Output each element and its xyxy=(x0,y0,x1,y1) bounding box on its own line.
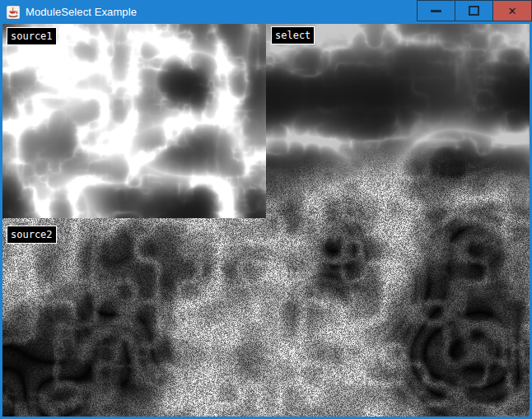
source1-label: source1 xyxy=(7,27,57,45)
window-controls: ✕ xyxy=(418,0,532,22)
maximize-button[interactable] xyxy=(455,0,493,21)
render-area: source1 select source2 xyxy=(2,24,530,417)
window-title: ModuleSelect Example xyxy=(26,0,137,24)
source1-image xyxy=(2,24,266,218)
app-window: ModuleSelect Example ✕ source1 select so… xyxy=(0,0,532,419)
close-button[interactable]: ✕ xyxy=(492,0,532,21)
minimize-button[interactable] xyxy=(417,0,455,21)
maximize-icon xyxy=(469,6,479,16)
source2-label: source2 xyxy=(7,226,57,244)
titlebar[interactable]: ModuleSelect Example ✕ xyxy=(0,0,532,24)
source2-image xyxy=(2,218,266,417)
close-icon: ✕ xyxy=(508,6,517,16)
java-coffee-cup-icon xyxy=(7,6,20,19)
select-label: select xyxy=(271,26,315,44)
minimize-icon xyxy=(431,10,441,12)
